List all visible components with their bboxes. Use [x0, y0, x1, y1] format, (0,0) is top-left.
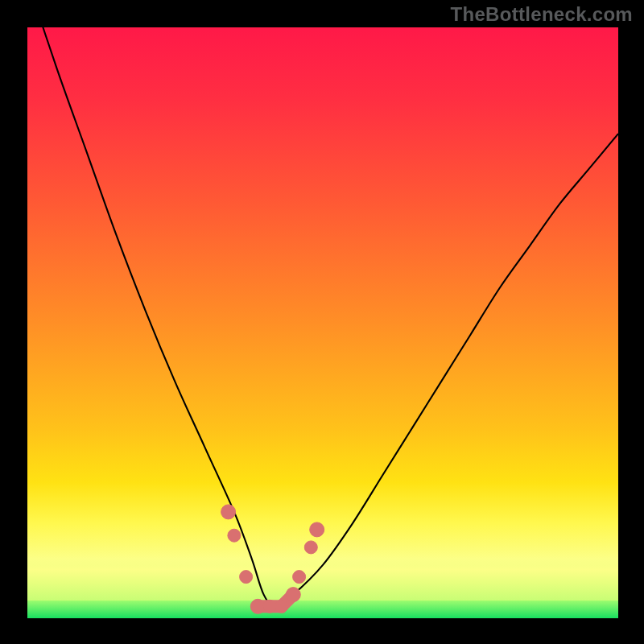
bottleneck-curve-line — [27, 27, 618, 606]
green-bottom-band — [27, 601, 618, 618]
plot-area — [27, 27, 618, 618]
highlight-marker — [221, 505, 236, 519]
highlight-marker — [304, 541, 317, 554]
watermark-text: TheBottleneck.com — [451, 3, 633, 26]
chart-frame: TheBottleneck.com — [0, 0, 644, 644]
curve-svg — [27, 27, 618, 618]
highlight-marker — [228, 529, 241, 542]
highlight-marker — [310, 522, 324, 537]
gradient-fade-band — [27, 556, 618, 601]
